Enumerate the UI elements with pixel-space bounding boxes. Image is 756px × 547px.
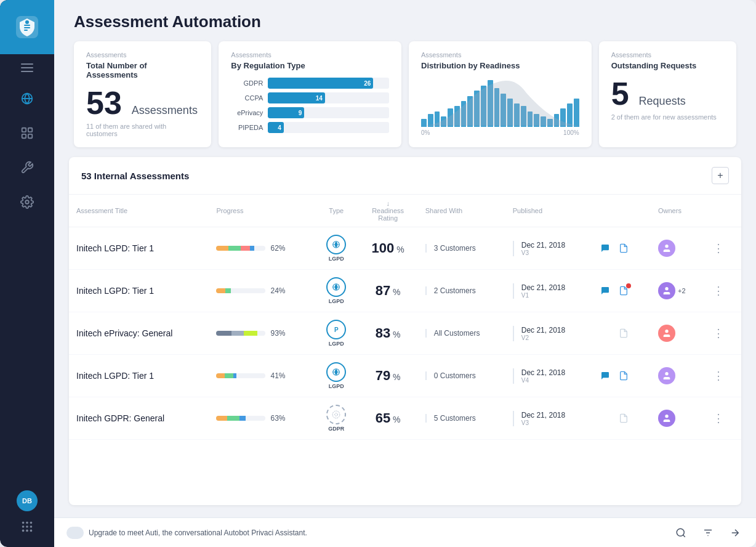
sidebar-bottom: DB — [17, 490, 38, 547]
progress-pct: 62% — [270, 244, 285, 253]
published-date: Dec 21, 2018 — [521, 411, 583, 419]
progress-segment — [216, 416, 227, 421]
filter-bottom-button[interactable] — [699, 524, 717, 541]
table-header: 53 Internal Assessments + — [69, 157, 741, 195]
chat-icon[interactable] — [598, 241, 613, 256]
stat-sub-total: 11 of them are shared with customers — [86, 123, 199, 137]
progress-segment — [228, 246, 241, 251]
doc-icon[interactable] — [616, 411, 631, 426]
progress-track — [216, 246, 265, 251]
chatbot-text: Upgrade to meet Auti, the conversational… — [89, 529, 307, 537]
sidebar-item-tools[interactable] — [0, 150, 54, 185]
stat-card-label-1: Assessments — [231, 51, 389, 59]
row-more-button[interactable]: ⋮ — [711, 411, 726, 426]
bar-row-ccpa: CCPA 14 — [231, 92, 389, 103]
search-bottom-button[interactable] — [672, 524, 690, 541]
notification-dot — [626, 283, 631, 288]
svg-point-30 — [665, 330, 668, 333]
doc-icon[interactable] — [616, 283, 631, 298]
menu-toggle-button[interactable] — [0, 54, 54, 81]
chatbot-bubble-icon — [66, 527, 84, 539]
bar-label-ccpa: CCPA — [231, 94, 263, 102]
shared-with: 3 Customers — [425, 244, 498, 253]
svg-point-21 — [22, 530, 25, 532]
main-content: Assessment Automation Assessments Total … — [54, 0, 756, 547]
doc-icon[interactable] — [616, 241, 631, 256]
svg-rect-7 — [21, 71, 33, 72]
sidebar-item-dashboard[interactable] — [0, 116, 54, 150]
published-version: V1 — [521, 292, 583, 299]
progress-segment — [216, 373, 225, 378]
svg-point-34 — [332, 411, 340, 418]
row-more-button[interactable]: ⋮ — [711, 283, 726, 298]
doc-icon[interactable] — [616, 368, 631, 383]
owners-list — [658, 325, 696, 342]
col-header-progress: Progress — [209, 195, 315, 227]
type-badge: LGPD — [322, 277, 351, 304]
progress-segment — [250, 246, 254, 251]
doc-icon[interactable] — [616, 326, 631, 341]
sidebar-item-privacy[interactable] — [0, 81, 54, 116]
stat-card-title-1: By Regulation Type — [231, 61, 389, 70]
owner-avatar[interactable] — [658, 282, 675, 299]
row-more-button[interactable]: ⋮ — [711, 241, 726, 256]
progress-track — [216, 331, 265, 336]
owner-avatar[interactable] — [658, 367, 675, 384]
row-more-button[interactable]: ⋮ — [711, 368, 726, 383]
action-icons — [598, 283, 643, 298]
progress-segment — [227, 416, 239, 421]
app-logo[interactable] — [0, 0, 54, 54]
stat-card-label-0: Assessments — [86, 51, 199, 59]
bar-row-eprivacy: ePrivacy 9 — [231, 107, 389, 118]
owner-avatar[interactable] — [658, 325, 675, 342]
col-header-actions — [590, 195, 651, 227]
bar-track-gdpr: 26 — [268, 78, 389, 89]
published-info: Dec 21, 2018 V3 — [513, 241, 583, 256]
action-icons — [598, 411, 643, 426]
progress-pct: 24% — [270, 286, 285, 295]
apps-icon[interactable] — [17, 516, 38, 537]
user-avatar[interactable]: DB — [17, 490, 38, 511]
bar-track-ccpa: 14 — [268, 92, 389, 103]
assessment-title: Initech LGPD: Tier 1 — [76, 286, 154, 296]
table-section: 53 Internal Assessments + Assessment Tit… — [69, 157, 741, 505]
add-assessment-button[interactable]: + — [712, 167, 729, 184]
chat-icon-empty — [598, 326, 613, 341]
bar-fill-gdpr: 26 — [268, 78, 373, 89]
stat-unit-total: Assessments — [132, 104, 198, 117]
col-header-owners: Owners — [651, 195, 704, 227]
stat-card-title-0: Total Number of Assessments — [86, 61, 199, 79]
page-title: Assessment Automation — [74, 12, 736, 31]
bar-track-eprivacy: 9 — [268, 107, 389, 118]
sidebar-item-settings[interactable] — [0, 185, 54, 219]
progress-pct: 93% — [270, 329, 285, 338]
stats-row: Assessments Total Number of Assessments … — [54, 41, 756, 157]
progress-pct: 63% — [270, 414, 285, 423]
export-bottom-button[interactable] — [726, 524, 744, 541]
svg-rect-2 — [24, 27, 30, 28]
owners-list — [658, 410, 696, 427]
chat-icon[interactable] — [598, 368, 613, 383]
stat-card-regulation: Assessments By Regulation Type GDPR 26 C… — [219, 41, 401, 147]
published-version: V3 — [521, 419, 583, 426]
bar-val-ccpa: 14 — [316, 95, 323, 102]
readiness-value: 79 % — [376, 368, 401, 383]
published-info: Dec 21, 2018 V2 — [513, 326, 583, 341]
published-version: V3 — [521, 249, 583, 256]
table-header-row: Assessment Title Progress Type ↓ Readine… — [69, 195, 741, 227]
owner-avatar[interactable] — [658, 240, 675, 257]
owner-avatar[interactable] — [658, 410, 675, 427]
svg-point-19 — [26, 525, 28, 528]
row-more-button[interactable]: ⋮ — [711, 326, 726, 341]
bar-fill-pipeda: 4 — [268, 122, 284, 133]
progress-segment — [216, 288, 225, 293]
svg-rect-3 — [24, 30, 28, 31]
chat-icon[interactable] — [598, 283, 613, 298]
type-label: LGPD — [329, 383, 344, 389]
svg-rect-12 — [22, 134, 26, 138]
col-header-type: Type — [315, 195, 358, 227]
published-version: V2 — [521, 334, 583, 341]
extra-owners-count: +2 — [678, 287, 686, 294]
svg-rect-13 — [28, 134, 32, 138]
progress-pct: 41% — [270, 371, 285, 380]
